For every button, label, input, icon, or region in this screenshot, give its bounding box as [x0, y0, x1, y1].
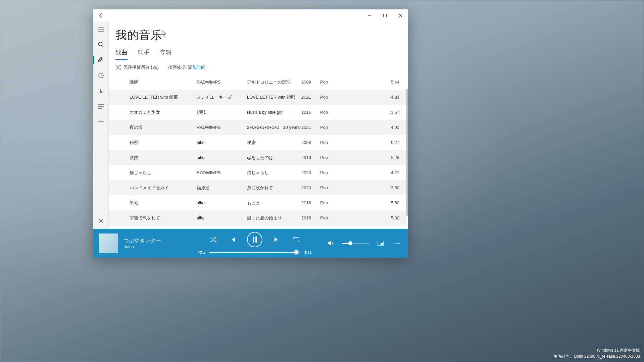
song-row[interactable]: 猫じゃらしRADWIMPS猫じゃらし2020Pop4:27 — [109, 165, 406, 180]
sort-label: 排序依据: — [168, 64, 187, 70]
song-row[interactable]: 謎解RADWIMPSアルトコロニーの定理2009Pop5:44 — [109, 74, 406, 90]
song-title: 夜の淵 — [130, 124, 197, 131]
shuffle-button[interactable] — [208, 234, 219, 245]
minimize-button[interactable] — [362, 9, 377, 21]
elapsed-time: 4:02 — [198, 250, 205, 255]
skip-next-icon — [274, 237, 280, 243]
song-album: 秘密 — [247, 140, 301, 146]
sidebar-item-settings[interactable] — [93, 213, 109, 229]
progress-knob[interactable] — [294, 250, 298, 254]
song-artist: 鎖那 — [197, 109, 247, 115]
song-row[interactable]: 半袖aikoもっと2016Pop5:50 — [109, 195, 406, 210]
song-year: 2021 — [301, 125, 320, 130]
more-button[interactable] — [392, 238, 403, 249]
player-bar: つぶやきレター halca — [93, 229, 408, 258]
svg-line-3 — [102, 45, 103, 47]
maximize-button[interactable] — [377, 9, 393, 21]
song-duration: 4:27 — [347, 170, 401, 175]
close-button[interactable] — [393, 9, 408, 21]
song-list[interactable]: 謎解RADWIMPSアルトコロニーの定理2009Pop5:44LOVE LETT… — [109, 74, 408, 229]
repeat-button[interactable] — [291, 234, 301, 245]
song-year: 2009 — [301, 80, 320, 85]
sort-control[interactable]: 排序依据: 添加时间 — [168, 64, 206, 70]
album-art[interactable] — [99, 234, 118, 253]
tab-songs[interactable]: 歌曲 — [115, 46, 128, 60]
groove-music-window: 我的音乐 歌曲 歌手 专辑 无序播放所有 (36) 排序依据: 添加时间 謎解R… — [93, 9, 408, 258]
song-duration: 3:50 — [347, 185, 401, 190]
svg-rect-1 — [384, 14, 387, 17]
maximize-icon — [383, 14, 387, 17]
shuffle-all-label: 无序播放所有 (36) — [123, 64, 159, 70]
volume-knob[interactable] — [348, 241, 352, 245]
volume-icon — [328, 241, 334, 246]
song-album: アルトコロニーの定理 — [247, 79, 301, 85]
song-duration: 5:28 — [347, 155, 401, 160]
svg-point-2 — [99, 42, 102, 46]
song-duration: 3:57 — [347, 110, 401, 115]
tab-artists[interactable]: 歌手 — [138, 46, 150, 60]
close-icon — [399, 14, 402, 17]
song-duration: 4:24 — [347, 95, 401, 100]
shuffle-icon — [115, 65, 121, 70]
watermark-line-2: 评估副本。 Build 22598.ni_release.220408-1503 — [553, 353, 640, 359]
song-row[interactable]: LOVE LETTER with 鎖那クレイユーキーズLOVE LETTER w… — [109, 90, 406, 105]
song-album: 猫じゃらし — [247, 170, 301, 176]
song-title: 謎解 — [130, 79, 197, 85]
search-button[interactable] — [93, 37, 109, 52]
song-title: 猫じゃらし — [130, 170, 197, 176]
equalizer-icon — [98, 88, 104, 94]
shuffle-icon — [210, 237, 216, 242]
playlist-icon — [98, 104, 104, 109]
play-pause-button[interactable] — [247, 232, 262, 247]
song-title: LOVE LETTER with 鎖那 — [130, 94, 197, 100]
search-icon — [98, 42, 104, 48]
song-genre: Pop — [320, 140, 347, 145]
song-duration: 4:01 — [347, 125, 401, 130]
song-artist: RADWIMPS — [197, 80, 247, 85]
song-row[interactable]: ハンドメイドセカイ福原遥風に吹かれて2020Pop3:50 — [109, 180, 406, 195]
sidebar-item-recent[interactable] — [93, 68, 109, 83]
volume-slider[interactable] — [342, 243, 369, 244]
next-button[interactable] — [271, 234, 282, 245]
page-title: 我的音乐 — [109, 21, 408, 45]
volume-button[interactable] — [326, 238, 336, 249]
song-title: 秘密 — [130, 140, 197, 146]
song-year: 2020 — [301, 185, 320, 190]
song-row[interactable]: オオカミと少女鎖那Hush a by little girl2016Pop3:5… — [109, 105, 406, 120]
song-year: 2016 — [301, 200, 320, 205]
now-playing-title: つぶやきレター — [123, 237, 184, 244]
miniplayer-button[interactable] — [375, 238, 386, 249]
hamburger-button[interactable] — [93, 21, 109, 37]
song-artist: aiko — [197, 200, 247, 205]
song-genre: Pop — [320, 80, 347, 85]
watermark-line-1: Windows 11 家庭中文版 — [553, 347, 640, 353]
song-album: Hush a by little girl — [247, 110, 301, 115]
progress-bar[interactable] — [209, 252, 300, 253]
tab-albums[interactable]: 专辑 — [160, 46, 172, 60]
svg-point-12 — [399, 243, 400, 244]
song-year: 2016 — [301, 110, 320, 115]
gear-icon — [98, 218, 104, 224]
song-row[interactable]: 微熱aiko恋をしたのは2016Pop5:28 — [109, 150, 406, 165]
back-button[interactable] — [93, 9, 109, 21]
track-info[interactable]: つぶやきレター halca — [123, 237, 184, 249]
sidebar-item-add[interactable] — [93, 114, 109, 130]
song-row[interactable]: 宇宙で息をしてaiko湿った夏の始まり2018Pop5:30 — [109, 210, 406, 225]
total-time: 4:11 — [304, 250, 312, 255]
sidebar-item-my-music[interactable] — [93, 52, 109, 68]
song-row[interactable]: 夜の淵RADWIMPS2+0+2+1+3+1+1= 10 years2021Po… — [109, 120, 406, 135]
tabs: 歌曲 歌手 专辑 — [109, 45, 408, 60]
scrollbar-thumb[interactable] — [406, 89, 408, 216]
pause-icon — [252, 237, 257, 243]
song-genre: Pop — [320, 215, 347, 220]
song-row[interactable]: 秘密aiko秘密2008Pop6:27 — [109, 135, 406, 150]
sidebar-item-playlists[interactable] — [93, 99, 109, 114]
song-year: 2018 — [301, 215, 320, 220]
song-duration: 5:30 — [347, 215, 401, 220]
sort-value[interactable]: 添加时间 — [188, 64, 205, 70]
miniplayer-icon — [378, 241, 384, 246]
previous-button[interactable] — [228, 234, 238, 245]
shuffle-all-button[interactable]: 无序播放所有 (36) — [115, 64, 159, 70]
titlebar[interactable] — [93, 9, 408, 21]
sidebar-item-now-playing[interactable] — [93, 83, 109, 99]
